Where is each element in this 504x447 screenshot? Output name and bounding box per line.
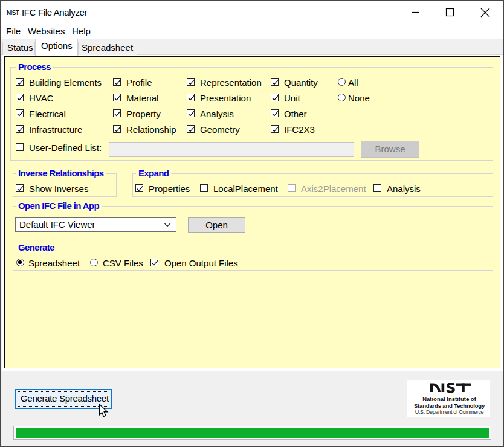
svg-text:NIST: NIST xyxy=(7,10,19,16)
